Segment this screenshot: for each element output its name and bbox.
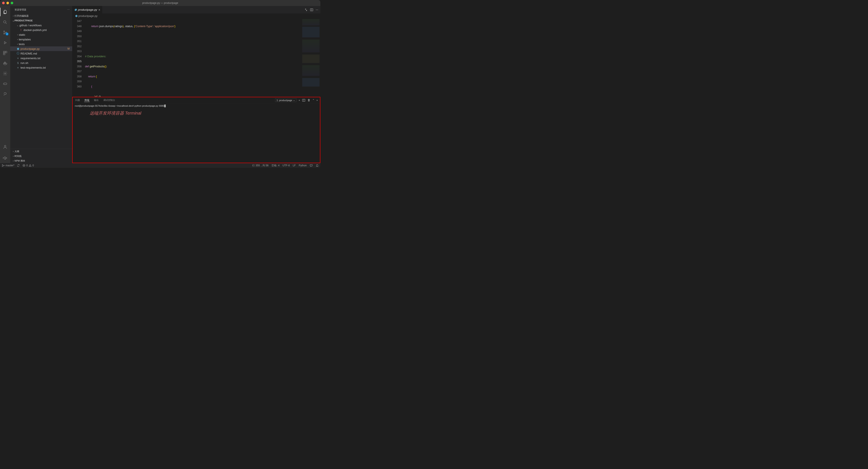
- panel-actions: 1: productpage⌄ + ⌃ ×: [275, 98, 318, 102]
- file-label: README.md: [21, 52, 37, 55]
- info-file-icon: ⓘ: [16, 52, 20, 55]
- svg-rect-12: [3, 83, 7, 84]
- terminal-line: root@productpage-5574cbc6bc-6xswp:~/noca…: [75, 105, 164, 107]
- activity-search[interactable]: [0, 18, 10, 27]
- tree-folder-static[interactable]: ›static: [10, 32, 72, 37]
- sidebar-bottom-sections: ›大纲 ›时间线 ›NPM 脚本: [10, 149, 72, 163]
- activity-extra3[interactable]: [0, 90, 10, 98]
- project-name: PRODUCTPAGE: [14, 19, 33, 22]
- panel-tab-terminal[interactable]: 终端: [84, 98, 90, 102]
- line-number: 358: [72, 74, 82, 79]
- sb-problems[interactable]: 0 0: [23, 164, 34, 167]
- text-file-icon: ≡: [16, 57, 20, 60]
- tree-folder-templates[interactable]: ›templates: [10, 37, 72, 42]
- split-editor-icon[interactable]: [310, 8, 313, 11]
- panel-tabs: 问题 终端 输出 调试控制台 1: productpage⌄ + ⌃ ×: [73, 97, 320, 103]
- split-terminal-icon[interactable]: [302, 99, 305, 102]
- debug-icon: [3, 40, 7, 45]
- maximize-panel-icon[interactable]: ⌃: [312, 99, 314, 101]
- tab-productpage[interactable]: ⬢ productpage.py ×: [72, 6, 102, 13]
- folder-label: tests: [19, 42, 25, 46]
- sb-notifications-icon[interactable]: [316, 164, 319, 167]
- svg-rect-6: [3, 53, 5, 55]
- tree-file-productpage[interactable]: ⬢productpage.pyM: [10, 47, 72, 51]
- gear-icon: [3, 71, 7, 76]
- activity-scm[interactable]: 2: [0, 28, 10, 37]
- svg-point-11: [4, 73, 6, 74]
- outline-section[interactable]: ›大纲: [10, 149, 72, 154]
- window-close-button[interactable]: [2, 2, 5, 4]
- file-label: test-requirements.txt: [21, 66, 46, 69]
- activity-extra1[interactable]: [0, 69, 10, 78]
- sidebar-more-icon[interactable]: ⋯: [67, 8, 70, 11]
- activity-debug[interactable]: [0, 38, 10, 47]
- window-maximize-button[interactable]: [11, 2, 13, 4]
- tree-file-testreq[interactable]: ≡test-requirements.txt: [10, 65, 72, 70]
- titlebar: productpage.py — productpage: [0, 0, 320, 6]
- open-editors-label: 打开的编辑器: [14, 14, 29, 18]
- panel-tab-problems[interactable]: 问题: [75, 98, 80, 102]
- activity-account[interactable]: [0, 143, 10, 151]
- line-number: 360: [72, 84, 82, 89]
- tree-file-requirements[interactable]: ≡requirements.txt: [10, 56, 72, 60]
- python-file-icon: ⬢: [16, 47, 20, 51]
- search-icon: [3, 20, 7, 25]
- activity-explorer[interactable]: [0, 8, 10, 16]
- file-label: requirements.txt: [21, 57, 40, 60]
- scm-badge: 2: [5, 32, 8, 35]
- line-number: 356: [72, 64, 82, 69]
- svg-rect-9: [5, 63, 6, 64]
- panel-tab-debug[interactable]: 调试控制台: [103, 98, 116, 102]
- open-editors-section[interactable]: › 打开的编辑器: [10, 13, 72, 18]
- tree-file-runsh[interactable]: $run.sh: [10, 60, 72, 65]
- tree-folder-github[interactable]: ⌄.github / workflows: [10, 23, 72, 28]
- window-minimize-button[interactable]: [6, 2, 9, 4]
- sb-feedback-icon[interactable]: [310, 164, 313, 167]
- line-number: 359: [72, 79, 82, 84]
- svg-point-18: [2, 166, 3, 167]
- sb-sync[interactable]: [17, 164, 20, 167]
- minimap[interactable]: [301, 18, 320, 97]
- file-label: docker-publish.yml: [24, 28, 46, 32]
- sb-language[interactable]: Python: [299, 164, 307, 167]
- activity-settings[interactable]: [0, 154, 10, 163]
- error-count: 0: [26, 164, 28, 167]
- more-actions-icon[interactable]: ⋯: [316, 8, 318, 11]
- panel-tab-output[interactable]: 输出: [94, 98, 99, 102]
- sb-encoding[interactable]: UTF-8: [283, 164, 290, 167]
- settings-icon: [3, 156, 7, 161]
- tree-folder-tests[interactable]: ›tests: [10, 42, 72, 47]
- project-section[interactable]: ⌄ PRODUCTPAGE: [10, 18, 72, 23]
- tab-close-icon[interactable]: ×: [98, 8, 100, 11]
- file-label: run.sh: [21, 61, 28, 64]
- line-number-current: 355: [72, 59, 82, 64]
- sb-branch[interactable]: master*: [2, 164, 14, 167]
- file-status-modified: M: [67, 47, 70, 50]
- sb-position[interactable]: 行 355，列 56: [252, 164, 269, 167]
- terminal[interactable]: root@productpage-5574cbc6bc-6xswp:~/noca…: [73, 103, 320, 163]
- activity-extensions[interactable]: [0, 49, 10, 57]
- sb-spaces[interactable]: 空格: 4: [272, 164, 279, 167]
- timeline-section[interactable]: ›时间线: [10, 154, 72, 158]
- new-terminal-icon[interactable]: +: [299, 99, 300, 101]
- code-content[interactable]: return json.dumps(ratings), status, {'Co…: [85, 18, 301, 97]
- breadcrumb[interactable]: ⬢ productpage.py: [72, 13, 320, 18]
- activity-extra2[interactable]: [0, 80, 10, 88]
- sidebar-title: 资源管理器: [14, 8, 26, 11]
- line-number: 357: [72, 69, 82, 74]
- kill-terminal-icon[interactable]: [307, 99, 310, 102]
- tree-file-docker-publish[interactable]: !docker-publish.yml: [10, 28, 72, 32]
- code-editor[interactable]: 347 348 349 350 351 352 353 354 355 356 …: [72, 18, 320, 97]
- activity-docker[interactable]: [0, 59, 10, 67]
- section-label: 大纲: [14, 150, 19, 153]
- compare-changes-icon[interactable]: [305, 8, 308, 11]
- vscode-window: productpage.py — productpage 2: [0, 0, 320, 168]
- tree-file-readme[interactable]: ⓘREADME.md: [10, 51, 72, 56]
- line-number: 347: [72, 19, 82, 24]
- bottom-panel: 问题 终端 输出 调试控制台 1: productpage⌄ + ⌃ × roo…: [72, 97, 320, 163]
- sb-eol[interactable]: LF: [293, 164, 296, 167]
- npm-section[interactable]: ›NPM 脚本: [10, 158, 72, 163]
- line-number: 350: [72, 34, 82, 39]
- close-panel-icon[interactable]: ×: [316, 99, 318, 101]
- terminal-selector[interactable]: 1: productpage⌄: [275, 98, 297, 102]
